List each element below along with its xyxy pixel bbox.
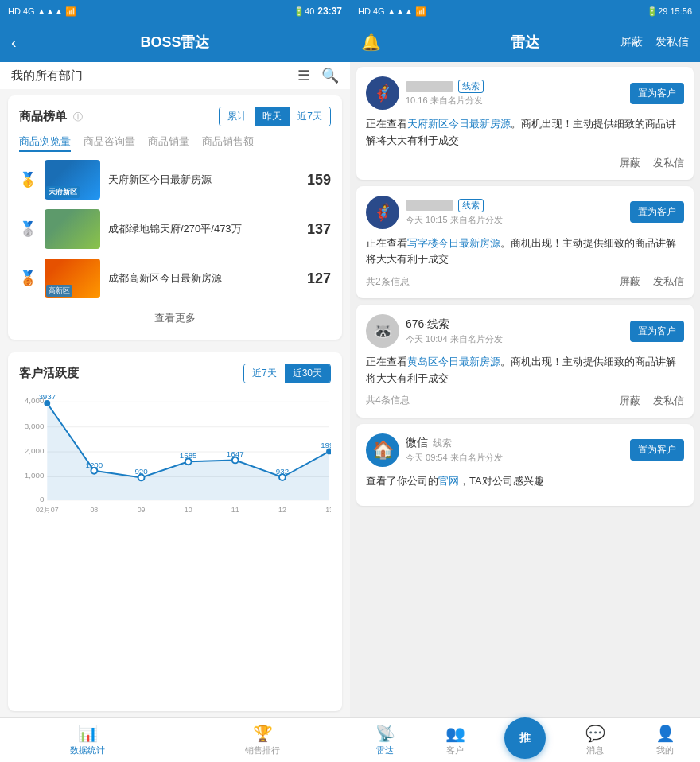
period-tab-yesterday[interactable]: 昨天 [255,107,290,126]
right-header-title: 雷达 [511,33,539,52]
product-name-2: 成都绿地锦天府/270平/473万 [108,223,242,235]
product-name-1: 天府新区今日最新房源 [108,173,212,185]
lead-header-1: 🦸 线索 10.16 来自名片分发 置为客户 [366,76,684,110]
message-link-2[interactable]: 发私信 [653,274,684,289]
right-action-block[interactable]: 屏蔽 [620,35,643,49]
svg-text:02月07: 02月07 [36,506,59,514]
lead-time-3: 今天 10:04 来自名片分发 [406,333,624,345]
left-network-info: HD 4G ▲▲▲ 📶 [8,6,76,17]
search-icon[interactable]: 🔍 [321,67,339,84]
lead-content-4: 查看了你公司的官网，TA对公司感兴趣 [366,473,684,490]
lead-card-3: 🦝 676·线索 今天 10:04 来自名片分发 置为客户 正在查看黄岛区今日最… [356,305,694,418]
block-link-2[interactable]: 屏蔽 [620,274,640,289]
product-item-1: 🥇 天府新区 天府新区今日最新房源 159 [19,160,331,200]
activity-tab-7d[interactable]: 近7天 [244,364,285,383]
lead-header-3: 🦝 676·线索 今天 10:04 来自名片分发 置为客户 [366,314,684,348]
block-link-3[interactable]: 屏蔽 [620,394,640,408]
product-img-1: 天府新区 [45,160,100,200]
product-count-1: 159 [299,172,331,189]
period-tab-7days[interactable]: 近7天 [290,107,330,126]
right-network-label: HD 4G [358,6,385,16]
product-item-2: 🥈 成都绿地锦天府/270平/473万 137 [19,209,331,249]
customer-label: 客户 [446,745,464,756]
block-link-1[interactable]: 屏蔽 [620,156,640,170]
message-link-1[interactable]: 发私信 [653,156,684,170]
lead-meta-2: 线索 今天 10:15 来自名片分发 [406,199,624,226]
lead-name-3: 676·线索 [406,317,449,332]
activity-period-tabs: 近7天 近30天 [243,364,331,383]
back-button[interactable]: ‹ [11,33,17,52]
lead-name-blurred-2 [406,200,453,211]
svg-text:09: 09 [138,506,146,514]
product-card-title: 商品榜单 [19,109,67,122]
svg-text:08: 08 [90,506,98,514]
menu-icon[interactable]: ☰ [298,67,310,84]
sub-tab-browse[interactable]: 商品浏览量 [19,134,71,152]
right-bell-icon[interactable]: 🔔 [361,33,381,52]
nav-item-sales[interactable]: 🏆 销售排行 [175,718,350,762]
set-customer-btn-2[interactable]: 置为客户 [630,201,684,223]
product-img-label-1: 天府新区 [46,186,80,198]
department-title: 我的所有部门 [11,68,83,84]
lead-card-4: 🏠 微信 线索 今天 09:54 来自名片分发 置为客户 查看了你公司的官网，T… [356,424,694,506]
left-bottom-nav: 📊 数据统计 🏆 销售排行 [0,717,350,762]
lead-avatar-2: 🦸 [366,196,399,229]
see-more-button[interactable]: 查看更多 [19,308,331,329]
svg-text:12: 12 [278,506,286,514]
right-nav-mine[interactable]: 👤 我的 [630,718,700,762]
sales-label: 销售排行 [245,745,280,756]
left-header: ‹ BOSS雷达 [0,22,350,62]
svg-text:920: 920 [134,468,148,476]
svg-text:11: 11 [231,506,239,514]
customer-icon: 👥 [445,724,465,743]
product-img-label-3: 高新区 [46,285,72,297]
message-link-3[interactable]: 发私信 [653,394,684,408]
product-card-title-area: 商品榜单 ⓘ [19,109,83,124]
lead-time-1: 10.16 来自名片分发 [406,95,624,107]
product-name-3: 成都高新区今日最新房源 [108,272,222,284]
right-status-bar: HD 4G ▲▲▲ 📶 🔋29 15:56 [350,0,700,22]
right-nav-customer[interactable]: 👥 客户 [420,718,490,762]
left-time-area: 🔋40 23:37 [294,6,342,17]
svg-text:1997: 1997 [321,441,331,449]
right-battery-icon: 🔋29 [647,6,667,16]
set-customer-btn-3[interactable]: 置为客户 [630,321,684,342]
right-nav-message[interactable]: 💬 消息 [560,718,630,762]
activity-tab-30d[interactable]: 近30天 [285,364,330,383]
sub-tab-revenue[interactable]: 商品销售额 [202,134,254,152]
leads-list: 🦸 线索 10.16 来自名片分发 置为客户 正在查看天府新区今日最新房源。商机… [350,62,700,717]
lead-msg-count-3: 共4条信息 [366,394,410,407]
stats-label: 数据统计 [70,745,105,756]
set-customer-btn-1[interactable]: 置为客户 [630,83,684,104]
sub-tab-sales[interactable]: 商品销量 [148,134,189,152]
lead-highlight-4: 官网 [438,475,459,487]
set-customer-btn-4[interactable]: 置为客户 [630,439,684,461]
svg-text:2,000: 2,000 [25,446,45,455]
sales-icon: 🏆 [253,724,273,743]
lead-header-2: 🦸 线索 今天 10:15 来自名片分发 置为客户 [366,196,684,229]
left-panel: HD 4G ▲▲▲ 📶 🔋40 23:37 ‹ BOSS雷达 我的所有部门 ☰ … [0,0,350,762]
product-info-1: 天府新区今日最新房源 [108,172,291,187]
left-status-bar: HD 4G ▲▲▲ 📶 🔋40 23:37 [0,0,350,22]
svg-text:1200: 1200 [85,461,103,469]
lead-meta-4: 微信 线索 今天 09:54 来自名片分发 [406,436,624,464]
lead-time-4: 今天 09:54 来自名片分发 [406,452,624,464]
product-item-3: 🥉 高新区 成都高新区今日最新房源 127 [19,259,331,298]
right-wifi-icon: 📶 [415,6,426,16]
right-time-area: 🔋29 15:56 [647,6,692,17]
push-button[interactable]: 推 [504,717,546,759]
lead-time-2: 今天 10:15 来自名片分发 [406,214,624,226]
svg-text:0: 0 [40,495,45,503]
rank-3: 🥉 [19,270,37,287]
nav-item-stats[interactable]: 📊 数据统计 [0,718,175,762]
right-nav-radar[interactable]: 📡 雷达 [350,718,420,762]
lead-header-4: 🏠 微信 线索 今天 09:54 来自名片分发 置为客户 [366,433,684,467]
right-header-actions: 屏蔽 发私信 [620,35,689,49]
sub-tab-consult[interactable]: 商品咨询量 [84,134,135,152]
lead-footer-1: 屏蔽 发私信 [366,156,684,170]
period-tab-cumulative[interactable]: 累计 [220,107,255,126]
right-action-message[interactable]: 发私信 [655,35,689,49]
product-sub-tabs: 商品浏览量 商品咨询量 商品销量 商品销售额 [19,134,331,152]
rank-1: 🥇 [19,171,37,189]
right-header: 🔔 雷达 屏蔽 发私信 [350,22,700,62]
